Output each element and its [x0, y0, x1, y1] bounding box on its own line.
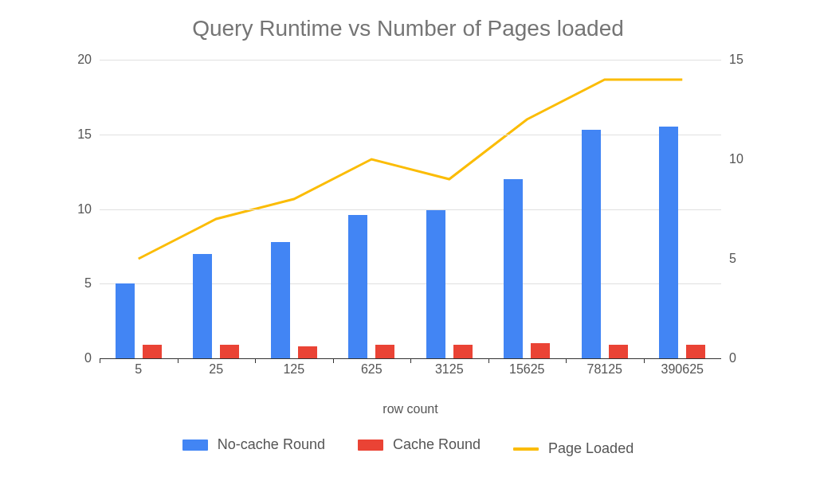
legend: No-cache Round Cache Round Page Loaded: [0, 436, 816, 457]
y-axis-left-label: query runtime (ms): [22, 0, 37, 60]
bar-nocache: [504, 179, 523, 358]
y-left-tick: 5: [60, 276, 92, 291]
bar-nocache: [426, 210, 445, 358]
y-right-tick: 0: [729, 351, 761, 365]
y-left-tick: 10: [60, 202, 92, 217]
bar-cache: [686, 345, 705, 358]
y-left-tick: 15: [60, 127, 92, 142]
x-tick-mark: [178, 358, 178, 363]
x-tick: 390625: [661, 362, 704, 377]
chart-container: Query Runtime vs Number of Pages loaded …: [0, 0, 816, 504]
chart-title: Query Runtime vs Number of Pages loaded: [0, 0, 816, 41]
page-loaded-line: [139, 80, 683, 259]
legend-item-nocache: No-cache Round: [182, 436, 325, 453]
legend-swatch-yellow: [513, 447, 539, 451]
x-tick: 78125: [587, 362, 623, 377]
plot-area: [100, 60, 721, 359]
gridline: [100, 209, 721, 210]
y-left-tick: 0: [60, 351, 92, 365]
x-axis-label: row count: [100, 402, 721, 416]
bar-cache: [143, 345, 162, 358]
bar-cache: [375, 345, 394, 358]
legend-label-cache: Cache Round: [393, 436, 481, 453]
bar-cache: [531, 343, 550, 358]
bar-nocache: [193, 254, 212, 358]
y-left-tick: 20: [60, 53, 92, 67]
x-tick: 3125: [435, 362, 464, 377]
legend-label-nocache: No-cache Round: [218, 436, 325, 453]
legend-item-page: Page Loaded: [513, 440, 634, 457]
legend-swatch-red: [358, 440, 383, 451]
legend-item-cache: Cache Round: [358, 436, 481, 453]
x-tick: 5: [135, 362, 142, 377]
x-tick-mark: [100, 358, 100, 363]
bar-nocache: [116, 283, 135, 358]
legend-label-page: Page Loaded: [548, 440, 634, 457]
gridline: [100, 60, 721, 61]
x-tick: 625: [361, 362, 382, 377]
x-tick-mark: [488, 358, 489, 363]
bar-cache: [298, 346, 317, 358]
bar-nocache: [348, 215, 367, 358]
bar-cache: [609, 345, 628, 358]
gridline: [100, 135, 721, 135]
bar-nocache: [271, 242, 290, 358]
bar-cache: [220, 345, 239, 358]
x-tick-mark: [644, 358, 645, 363]
x-tick-mark: [333, 358, 334, 363]
bar-nocache: [659, 127, 678, 358]
x-tick: 125: [283, 362, 304, 377]
plot-wrapper: 0510152005101552512562531251562578125390…: [100, 60, 721, 378]
x-tick-mark: [566, 358, 567, 363]
x-tick: 25: [209, 362, 223, 377]
x-tick: 15625: [509, 362, 545, 377]
x-tick-mark: [255, 358, 256, 363]
x-tick-mark: [410, 358, 411, 363]
y-right-tick: 10: [729, 152, 761, 166]
bar-cache: [453, 345, 473, 358]
y-axis-right-label: page loaded: [773, 0, 787, 60]
y-right-tick: 5: [729, 252, 761, 266]
bar-nocache: [582, 130, 601, 358]
legend-swatch-blue: [182, 440, 208, 451]
y-right-tick: 15: [729, 53, 761, 67]
